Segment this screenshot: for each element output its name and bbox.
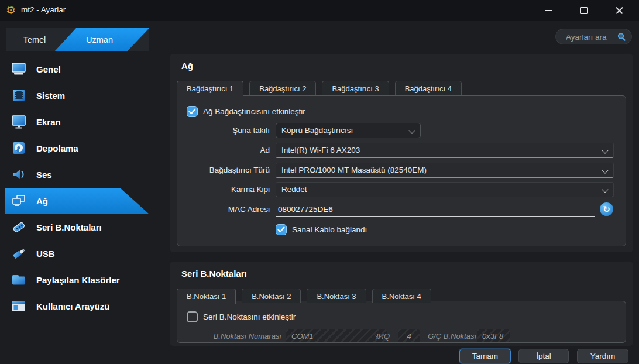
sidebar-item-label: USB xyxy=(36,241,55,267)
mac-address-row: MAC Adresi ↻ xyxy=(177,202,626,217)
general-icon xyxy=(11,61,27,77)
sidebar-item-system[interactable]: Sistem xyxy=(0,83,170,109)
adapter-name-value: Intel(R) Wi-Fi 6 AX203 xyxy=(281,146,360,154)
enable-serial-label: Seri B.Noktasını etkinleştir xyxy=(203,310,296,325)
window-title: mt2 - Ayarlar xyxy=(21,5,66,14)
app-gear-icon: ⚙ xyxy=(6,4,16,18)
tab-adapter-1[interactable]: Bağdaştırıcı 1 xyxy=(177,81,243,97)
adapter-name-row: Ad Intel(R) Wi-Fi 6 AX203 xyxy=(177,143,626,158)
cable-connected-checkbox[interactable] xyxy=(276,224,287,235)
promiscuous-mode-row: Karma Kipi Reddet xyxy=(177,182,626,197)
shared-folders-icon xyxy=(11,272,27,288)
tab-adapter-4[interactable]: Bağdaştırıcı 4 xyxy=(395,81,462,95)
adapter-type-label: Bağdaştırıcı Türü xyxy=(177,163,270,178)
network-section: Ağ Bağdaştırıcı 1 Bağdaştırıcı 2 Bağdaşt… xyxy=(170,54,633,252)
enable-serial-row: Seri B.Noktasını etkinleştir xyxy=(177,310,626,325)
serial-port-tabs: B.Noktası 1 B.Noktası 2 B.Noktası 3 B.No… xyxy=(177,289,431,304)
port-number-value: COM1 xyxy=(291,332,314,341)
tab-basic[interactable]: Temel xyxy=(6,28,63,51)
tab-expert[interactable]: Uzman xyxy=(50,28,149,51)
sidebar-item-usb[interactable]: USB xyxy=(0,241,170,267)
ok-button[interactable]: Tamam xyxy=(459,349,511,363)
attached-to-dropdown[interactable]: Köprü Bağdaştırıcısı xyxy=(276,123,421,138)
chevron-down-icon xyxy=(602,186,608,193)
serial-ports-icon xyxy=(11,219,27,235)
help-button[interactable]: Yardım xyxy=(577,349,628,363)
maximize-icon xyxy=(580,7,588,14)
system-icon xyxy=(11,87,27,104)
adapter-name-dropdown[interactable]: Intel(R) Wi-Fi 6 AX203 xyxy=(276,143,614,158)
network-icon xyxy=(11,193,27,209)
promiscuous-mode-value: Reddet xyxy=(281,185,307,194)
sidebar-item-label: Genel xyxy=(36,56,61,83)
adapter-panel: Ağ Bağdaştırıcısını etkinleştir Şuna tak… xyxy=(177,95,626,246)
maximize-button[interactable] xyxy=(571,0,597,21)
irq-value: 4 xyxy=(407,332,411,341)
sidebar-item-label: Sistem xyxy=(36,83,65,109)
tab-port-1[interactable]: B.Noktası 1 xyxy=(177,289,236,304)
sidebar-item-shared-folders[interactable]: Paylaşılan Klasörler xyxy=(0,267,170,293)
io-port-label: G/Ç B.Noktası xyxy=(428,329,476,343)
adapter-tabs: Bağdaştırıcı 1 Bağdaştırıcı 2 Bağdaştırı… xyxy=(177,81,462,96)
sidebar-item-label: Kullanıcı Arayüzü xyxy=(36,293,109,320)
tab-port-4[interactable]: B.Noktası 4 xyxy=(372,289,431,303)
adapter-type-dropdown[interactable]: Intel PRO/1000 MT Masaüstü (82540EM) xyxy=(276,163,614,178)
enable-adapter-row: Ağ Bağdaştırıcısını etkinleştir xyxy=(177,104,626,119)
mac-address-input[interactable] xyxy=(276,202,595,217)
tab-port-3[interactable]: B.Noktası 3 xyxy=(307,289,366,303)
irq-field: 4 xyxy=(398,329,420,343)
tab-adapter-3[interactable]: Bağdaştırıcı 3 xyxy=(322,81,389,95)
sidebar-item-network[interactable]: Ağ xyxy=(0,188,170,214)
promiscuous-mode-dropdown[interactable]: Reddet xyxy=(276,182,614,197)
tab-port-2[interactable]: B.Noktası 2 xyxy=(242,289,301,303)
serial-port-panel: Seri B.Noktasını etkinleştir B.Noktası N… xyxy=(177,301,626,343)
search-input[interactable] xyxy=(565,31,617,43)
attached-to-label: Şuna takılı xyxy=(177,123,270,138)
close-icon xyxy=(616,7,623,15)
serial-settings-row: B.Noktası Numarası COM1 IRQ 4 G/Ç B.Nokt… xyxy=(177,329,626,343)
search-icon xyxy=(617,32,626,42)
promiscuous-mode-label: Karma Kipi xyxy=(177,182,270,197)
sidebar-item-label: Ekran xyxy=(36,109,61,135)
search-box[interactable] xyxy=(555,29,632,44)
regenerate-mac-button[interactable]: ↻ xyxy=(600,202,613,216)
port-number-dropdown: COM1 xyxy=(286,329,387,343)
sidebar-item-label: Seri B.Noktaları xyxy=(36,214,102,241)
sidebar-item-label: Paylaşılan Klasörler xyxy=(36,267,120,293)
close-button[interactable] xyxy=(606,0,633,21)
minimize-icon xyxy=(545,10,552,11)
adapter-type-value: Intel PRO/1000 MT Masaüstü (82540EM) xyxy=(281,166,427,174)
sidebar-item-label: Ses xyxy=(36,162,52,188)
chevron-down-icon xyxy=(602,147,608,153)
sidebar-item-label: Ağ xyxy=(36,188,48,214)
mode-tab-strip: Temel Uzman xyxy=(6,28,149,51)
cancel-button[interactable]: İptal xyxy=(518,349,569,363)
minimize-button[interactable] xyxy=(535,0,562,21)
io-port-value: 0x3F8 xyxy=(482,332,503,341)
cable-connected-row: Sanal Kablo bağlandı xyxy=(177,222,626,238)
mac-address-label: MAC Adresi xyxy=(177,202,270,217)
sidebar-item-storage[interactable]: Depolama xyxy=(0,135,170,162)
sidebar-item-serial-ports[interactable]: Seri B.Noktaları xyxy=(0,214,170,241)
usb-icon xyxy=(11,245,27,262)
sidebar-item-general[interactable]: Genel xyxy=(0,56,170,83)
enable-adapter-label: Ağ Bağdaştırıcısını etkinleştir xyxy=(203,104,305,119)
check-icon xyxy=(188,108,196,115)
adapter-type-row: Bağdaştırıcı Türü Intel PRO/1000 MT Masa… xyxy=(177,163,626,178)
chevron-down-icon xyxy=(408,127,415,133)
enable-serial-checkbox[interactable] xyxy=(187,311,198,322)
adapter-name-label: Ad xyxy=(177,143,270,158)
serial-ports-section: Seri B.Noktaları B.Noktası 1 B.Noktası 2… xyxy=(170,262,633,346)
io-port-field: 0x3F8 xyxy=(477,329,510,343)
tab-adapter-2[interactable]: Bağdaştırıcı 2 xyxy=(249,81,316,95)
check-icon xyxy=(277,226,285,233)
sidebar-item-user-interface[interactable]: Kullanıcı Arayüzü xyxy=(0,293,170,320)
sidebar-item-audio[interactable]: Ses xyxy=(0,162,170,188)
network-heading: Ağ xyxy=(181,61,193,71)
attached-to-row: Şuna takılı Köprü Bağdaştırıcısı xyxy=(177,123,626,138)
attached-to-value: Köprü Bağdaştırıcısı xyxy=(281,126,353,135)
sidebar-item-display[interactable]: Ekran xyxy=(0,109,170,135)
serial-ports-heading: Seri B.Noktaları xyxy=(181,269,247,279)
enable-adapter-checkbox[interactable] xyxy=(187,106,198,117)
user-interface-icon xyxy=(11,298,27,314)
